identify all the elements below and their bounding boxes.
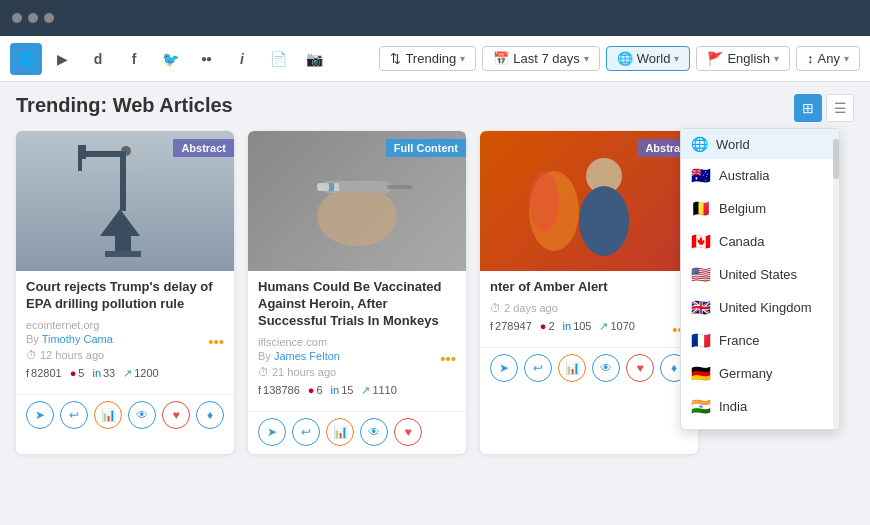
facebook-icon-btn[interactable]: f (118, 43, 150, 75)
dropdown-item-germany[interactable]: 🇩🇪 Germany (681, 357, 839, 390)
clock-icon-2: ⏱ (258, 366, 269, 378)
uk-flag: 🇬🇧 (691, 298, 711, 317)
card-2-author-link[interactable]: James Felton (274, 350, 340, 362)
card-2-dots[interactable]: ••• (440, 350, 456, 367)
dropdown-item-us[interactable]: 🇺🇸 United States (681, 258, 839, 291)
australia-flag: 🇦🇺 (691, 166, 711, 185)
card-3-share-btn[interactable]: ↩ (524, 354, 552, 382)
card-1-dots[interactable]: ••• (208, 333, 224, 350)
dropdown-us-label: United States (719, 267, 797, 282)
card-3-eye-btn[interactable]: 👁 (592, 354, 620, 382)
dropdown-item-canada[interactable]: 🇨🇦 Canada (681, 225, 839, 258)
dropdown-world-label: World (716, 137, 750, 152)
any-arrow: ▾ (844, 53, 849, 64)
clock-icon-3: ⏱ (490, 302, 501, 314)
card-1-author-link[interactable]: Timothy Cama (42, 333, 113, 345)
card-2-source: iflscience.com (258, 336, 456, 348)
card-1-title: Court rejects Trump's delay of EPA drill… (26, 279, 224, 313)
card-2-li-stat: in 15 (331, 384, 354, 396)
card-2-body: Humans Could Be Vaccinated Against Heroi… (248, 271, 466, 411)
card-1-image: Abstract (16, 131, 234, 271)
card-3-fb-stat: f 278947 (490, 320, 532, 332)
card-2-chart-btn[interactable]: 📊 (326, 418, 354, 446)
card-1-chart-btn[interactable]: 📊 (94, 401, 122, 429)
card-2-stats: f 138786 ● 6 in 15 ↗ 111 (258, 384, 456, 397)
svg-rect-13 (329, 183, 334, 191)
grid-view-btn[interactable]: ⊞ (794, 94, 822, 122)
card-1-body: Court rejects Trump's delay of EPA drill… (16, 271, 234, 394)
youtube-icon-btn[interactable]: ▶ (46, 43, 78, 75)
trending-filter[interactable]: ⇅ Trending ▾ (379, 46, 476, 71)
window-dot-3 (44, 13, 54, 23)
trending-label: Trending (405, 51, 456, 66)
card-3-trend-stat: ↗ 1070 (599, 320, 634, 333)
dailymotion-icon-btn[interactable]: d (82, 43, 114, 75)
window-dot-2 (28, 13, 38, 23)
dropdown-item-india[interactable]: 🇮🇳 India (681, 390, 839, 423)
card-2-eye-btn[interactable]: 👁 (360, 418, 388, 446)
date-filter[interactable]: 📅 Last 7 days ▾ (482, 46, 600, 71)
card-2-fb-stat: f 138786 (258, 384, 300, 396)
svg-point-9 (317, 186, 397, 246)
doc-icon-btn[interactable]: 📄 (262, 43, 294, 75)
card-1-time: ⏱ 12 hours ago (26, 349, 208, 361)
language-arrow: ▾ (774, 53, 779, 64)
language-filter[interactable]: 🚩 English ▾ (696, 46, 790, 71)
view-toggle: ⊞ ☰ (794, 94, 854, 122)
toolbar-filters: ⇅ Trending ▾ 📅 Last 7 days ▾ 🌐 World ▾ 🚩… (379, 46, 860, 71)
card-3-title: nter of Amber Alert (490, 279, 688, 296)
dropdown-item-world[interactable]: 🌐 World (681, 129, 839, 159)
dropdown-france-label: France (719, 333, 759, 348)
twitter-icon-btn[interactable]: 🐦 (154, 43, 186, 75)
dropdown-item-australia[interactable]: 🇦🇺 Australia (681, 159, 839, 192)
card-1-actions: ➤ ↩ 📊 👁 ♥ ♦ (16, 394, 234, 437)
list-view-btn[interactable]: ☰ (826, 94, 854, 122)
card-2-share-btn[interactable]: ↩ (292, 418, 320, 446)
card-2-time: ⏱ 21 hours ago (258, 366, 440, 378)
any-filter[interactable]: ↕ Any ▾ (796, 46, 860, 71)
card-3-heart-btn[interactable]: ♥ (626, 354, 654, 382)
flickr-icon-btn[interactable]: ●● (190, 43, 222, 75)
dropdown-scroll[interactable]: 🌐 World 🇦🇺 Australia 🇧🇪 Belgium 🇨🇦 Canad… (681, 129, 839, 429)
svg-point-18 (529, 171, 559, 231)
card-1-heart-btn[interactable]: ♥ (162, 401, 190, 429)
dropdown-item-uk[interactable]: 🇬🇧 United Kingdom (681, 291, 839, 324)
card-2-heart-btn[interactable]: ♥ (394, 418, 422, 446)
card-3-chart-btn[interactable]: 📊 (558, 354, 586, 382)
france-flag: 🇫🇷 (691, 331, 711, 350)
dropdown-germany-label: Germany (719, 366, 772, 381)
dropdown-india-label: India (719, 399, 747, 414)
card-1-bookmark-btn[interactable]: ♦ (196, 401, 224, 429)
dropdown-canada-label: Canada (719, 234, 765, 249)
flag-icon: 🚩 (707, 51, 723, 66)
card-1-share-btn[interactable]: ↩ (60, 401, 88, 429)
card-2-badge: Full Content (386, 139, 466, 157)
svg-point-16 (579, 186, 629, 256)
title-bar (0, 0, 870, 36)
card-1-eye-btn[interactable]: 👁 (128, 401, 156, 429)
card-1-send-btn[interactable]: ➤ (26, 401, 54, 429)
card-3-send-btn[interactable]: ➤ (490, 354, 518, 382)
dropdown-item-belgium[interactable]: 🇧🇪 Belgium (681, 192, 839, 225)
dropdown-item-italy[interactable]: 🇮🇹 Italy (681, 423, 839, 429)
card-3-li-stat: in 105 (563, 320, 592, 332)
globe-icon-btn[interactable]: 🌐 (10, 43, 42, 75)
dropdown-item-france[interactable]: 🇫🇷 France (681, 324, 839, 357)
dropdown-uk-label: United Kingdom (719, 300, 812, 315)
camera-icon-btn[interactable]: 📷 (298, 43, 330, 75)
svg-marker-3 (100, 209, 140, 236)
canada-flag: 🇨🇦 (691, 232, 711, 251)
card-1-badge: Abstract (173, 139, 234, 157)
card-3-pin-stat: ● 2 (540, 320, 555, 332)
card-2-pin-stat: ● 6 (308, 384, 323, 396)
article-card-1: Abstract Court rejects Trump's delay of … (16, 131, 234, 454)
card-2-trend-stat: ↗ 1110 (361, 384, 396, 397)
svg-rect-14 (334, 183, 339, 191)
info-icon-btn[interactable]: i (226, 43, 258, 75)
svg-rect-0 (120, 151, 126, 211)
region-filter[interactable]: 🌐 World ▾ (606, 46, 691, 71)
card-2-send-btn[interactable]: ➤ (258, 418, 286, 446)
trending-arrow: ▾ (460, 53, 465, 64)
card-3-time: ⏱ 2 days ago (490, 302, 688, 314)
globe-filter-icon: 🌐 (617, 51, 633, 66)
